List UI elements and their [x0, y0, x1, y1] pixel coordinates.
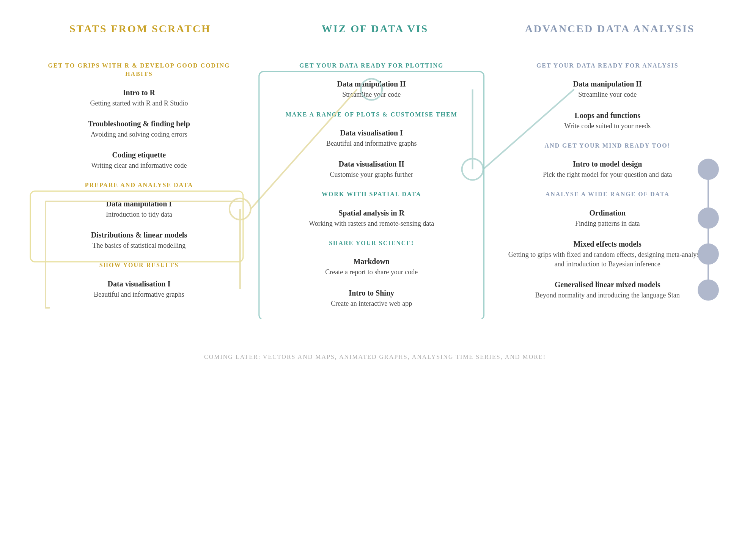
col1: Get to grips with R & develop good codin… — [23, 54, 255, 319]
col3-topic-glmm: Generalised linear mixed models Beyond n… — [503, 280, 712, 300]
col1-topic-distributions-desc: The basics of statistical modelling — [38, 241, 240, 250]
col3-topic-loops-title: Loops and functions — [503, 110, 712, 120]
col2-topic-markdown-title: Markdown — [270, 256, 473, 266]
col2-section2-label: Make a range of plots & customise them — [270, 110, 473, 119]
col3-section1-label: Get your data ready for analysis — [503, 61, 712, 70]
footer-text: Coming later: vectors and maps, animated… — [23, 354, 727, 360]
col2-topic-spatial-desc: Working with rasters and remote-sensing … — [270, 219, 473, 228]
col3-topic-mixed-title: Mixed effects models — [503, 239, 712, 249]
col1-topic-intro-r-title: Intro to R — [38, 88, 240, 98]
col3-topic-modeldesign-title: Intro to model design — [503, 159, 712, 169]
col1-topic-datavis-desc: Beautiful and informative graphs — [38, 290, 240, 299]
col2-topic-spatial-title: Spatial analysis in R — [270, 208, 473, 218]
col1-topic-distributions-title: Distributions & linear models — [38, 230, 240, 240]
col2-topic-shiny-desc: Create an interactive web app — [270, 299, 473, 308]
col2-topic-markdown: Markdown Create a report to share your c… — [270, 256, 473, 277]
col2-topic-datamanip2-title: Data manipulation II — [270, 79, 473, 89]
col3-topic-loops-desc: Write code suited to your needs — [503, 121, 712, 131]
col1-topic-troubleshoot-title: Troubleshooting & finding help — [38, 119, 240, 129]
col2: Get your data ready for plotting Data ma… — [255, 54, 488, 319]
col3-topic-mixed: Mixed effects models Getting to grips wi… — [503, 239, 712, 269]
col2-topic-datavis1: Data visualisation I Beautiful and infor… — [270, 128, 473, 148]
col3-header: Advanced Data Analysis — [494, 23, 726, 35]
col1-topic-etiquette-title: Coding etiquette — [38, 150, 240, 160]
col3-topic-modeldesign-desc: Pick the right model for your question a… — [503, 170, 712, 179]
col1-topic-etiquette: Coding etiquette Writing clear and infor… — [38, 150, 240, 170]
col1-topic-datamanip-title: Data manipulation I — [38, 199, 240, 209]
col2-topic-markdown-desc: Create a report to share your code — [270, 267, 473, 277]
col2-section4-label: Share your science! — [270, 239, 473, 247]
col2-topic-datavis2: Data visualisation II Customise your gra… — [270, 159, 473, 179]
col3-section2-label: And get your mind ready too! — [503, 142, 712, 150]
col2-topic-datavis1-desc: Beautiful and informative graphs — [270, 139, 473, 148]
col1-topic-intro-r: Intro to R Getting started with R and R … — [38, 88, 240, 108]
col1-section1-label: Get to grips with R & develop good codin… — [38, 61, 240, 79]
footer: Coming later: vectors and maps, animated… — [23, 342, 727, 360]
col1-topic-troubleshoot-desc: Avoiding and solving coding errors — [38, 130, 240, 139]
col3-topic-loops: Loops and functions Write code suited to… — [503, 110, 712, 131]
col1-section2-label: Prepare and analyse data — [38, 181, 240, 189]
col2-topic-datavis2-desc: Customise your graphs further — [270, 170, 473, 179]
col1-topic-troubleshoot: Troubleshooting & finding help Avoiding … — [38, 119, 240, 139]
col3-topic-glmm-title: Generalised linear mixed models — [503, 280, 712, 289]
col2-topic-shiny-title: Intro to Shiny — [270, 288, 473, 298]
columns-area: Get to grips with R & develop good codin… — [23, 54, 727, 319]
col3-topic-ordination-desc: Finding patterns in data — [503, 219, 712, 228]
col2-topic-spatial: Spatial analysis in R Working with raste… — [270, 208, 473, 228]
col1-topic-datamanip-desc: Introduction to tidy data — [38, 210, 240, 219]
col1-topic-etiquette-desc: Writing clear and informative code — [38, 161, 240, 170]
page-container: Stats From Scratch Wiz of Data Vis Advan… — [0, 0, 750, 560]
col2-topic-shiny: Intro to Shiny Create an interactive web… — [270, 288, 473, 308]
col3-topic-glmm-desc: Beyond normality and introducing the lan… — [503, 291, 712, 300]
col2-section1-label: Get your data ready for plotting — [270, 61, 473, 70]
col2-header: Wiz of Data Vis — [259, 23, 491, 35]
col2-topic-datavis2-title: Data visualisation II — [270, 159, 473, 169]
col3-topic-datamanip2-desc: Streamline your code — [503, 90, 712, 99]
col3-topic-datamanip2-title: Data manipulation II — [503, 79, 712, 89]
col2-section3-label: Work with spatial data — [270, 190, 473, 198]
col3-topic-ordination-title: Ordination — [503, 208, 712, 218]
col3-topic-datamanip2: Data manipulation II Streamline your cod… — [503, 79, 712, 99]
col1-topic-datavis-title: Data visualisation I — [38, 279, 240, 289]
col3-section3-label: Analyse a wide range of data — [503, 190, 712, 198]
col1-topic-intro-r-desc: Getting started with R and R Studio — [38, 99, 240, 108]
col2-topic-datavis1-title: Data visualisation I — [270, 128, 473, 138]
header-row: Stats From Scratch Wiz of Data Vis Advan… — [23, 23, 727, 39]
col3: Get your data ready for analysis Data ma… — [488, 54, 727, 319]
col3-topic-ordination: Ordination Finding patterns in data — [503, 208, 712, 228]
col1-section3-label: Show your results — [38, 261, 240, 269]
col3-topic-mixed-desc: Getting to grips with fixed and random e… — [503, 250, 712, 269]
col2-topic-datamanip2: Data manipulation II Streamline your cod… — [270, 79, 473, 99]
col1-topic-distributions: Distributions & linear models The basics… — [38, 230, 240, 250]
col3-topic-modeldesign: Intro to model design Pick the right mod… — [503, 159, 712, 179]
col2-topic-datamanip2-desc: Streamline your code — [270, 90, 473, 99]
col1-header: Stats From Scratch — [24, 23, 256, 35]
col1-topic-datamanip: Data manipulation I Introduction to tidy… — [38, 199, 240, 219]
col1-topic-datavis: Data visualisation I Beautiful and infor… — [38, 279, 240, 299]
